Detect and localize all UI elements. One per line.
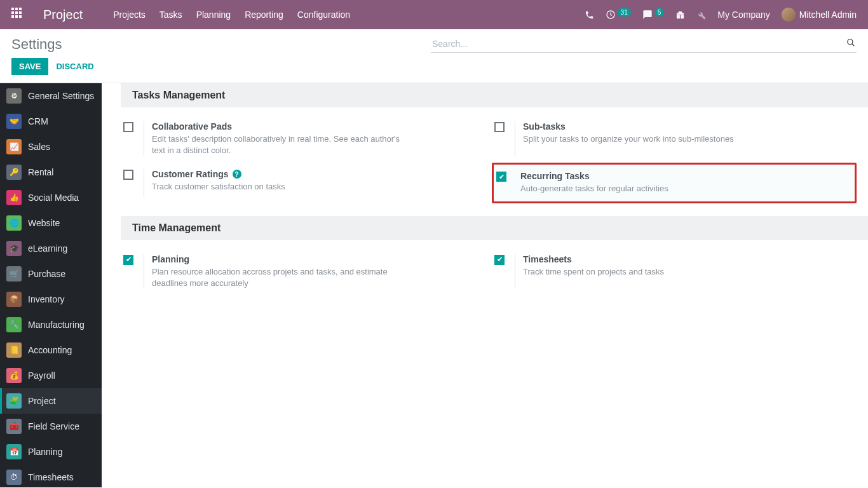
setting-desc: Track customer satisfaction on tasks xyxy=(152,181,406,193)
setting-title: Sub-tasks xyxy=(523,121,853,132)
clock-icon: ⏱ xyxy=(6,470,22,485)
setting-desc: Split your tasks to organize your work i… xyxy=(523,133,777,145)
sidebar-general-settings[interactable]: ⚙General Settings xyxy=(0,83,102,109)
sidebar-purchase[interactable]: 🛒Purchase xyxy=(0,261,102,287)
setting-title: Planning xyxy=(152,254,482,264)
gear-icon: ⚙ xyxy=(6,88,22,104)
discard-button[interactable]: DISCARD xyxy=(56,62,93,71)
nav-planning[interactable]: Planning xyxy=(196,10,231,20)
section-tasks-management: Tasks Management xyxy=(121,83,868,107)
page-title: Settings xyxy=(11,36,62,53)
sidebar-manufacturing[interactable]: 🔧Manufacturing xyxy=(0,312,102,337)
sidebar-project[interactable]: 🧩Project xyxy=(0,388,102,414)
sidebar-planning[interactable]: 📅Planning xyxy=(0,439,102,464)
search-icon[interactable] xyxy=(846,38,855,49)
save-button[interactable]: SAVE xyxy=(11,58,48,75)
sidebar-timesheets[interactable]: ⏱Timesheets xyxy=(0,464,102,487)
sidebar-label: Project xyxy=(28,396,56,406)
wrench-icon: 🔧 xyxy=(6,317,22,332)
sidebar-label: Website xyxy=(28,218,60,228)
sidebar-payroll[interactable]: 💰Payroll xyxy=(0,363,102,388)
setting-customer-ratings: Customer Ratings? Track customer satisfa… xyxy=(121,163,485,203)
company-selector[interactable]: My Company xyxy=(717,10,770,20)
sidebar-sales[interactable]: 📈Sales xyxy=(0,134,102,159)
setting-desc: Plan resource allocation accross projets… xyxy=(152,266,406,289)
sidebar-accounting[interactable]: 📒Accounting xyxy=(0,337,102,363)
sidebar-label: General Settings xyxy=(28,91,94,101)
key-icon: 🔑 xyxy=(6,165,22,180)
svg-point-1 xyxy=(848,39,853,44)
setting-collaborative-pads: Collaborative Pads Edit tasks' descripti… xyxy=(121,115,485,163)
setting-sub-tasks: Sub-tasks Split your tasks to organize y… xyxy=(492,115,857,163)
sidebar-elearning[interactable]: 🎓eLearning xyxy=(0,236,102,261)
sidebar-inventory[interactable]: 📦Inventory xyxy=(0,287,102,312)
setting-recurring-tasks: Recurring Tasks Auto-generate tasks for … xyxy=(492,163,857,203)
sidebar-field-service[interactable]: 🧰Field Service xyxy=(0,414,102,439)
sidebar-label: Manufacturing xyxy=(28,320,85,330)
settings-sidebar[interactable]: ⚙General Settings 🤝CRM 📈Sales 🔑Rental 👍S… xyxy=(0,83,102,487)
sidebar-website[interactable]: 🌐Website xyxy=(0,210,102,236)
sidebar-label: Rental xyxy=(28,167,53,177)
briefcase-icon: 🧰 xyxy=(6,419,22,434)
sidebar-label: Payroll xyxy=(28,370,55,381)
setting-title: Customer Ratings? xyxy=(152,169,482,179)
nav-tasks[interactable]: Tasks xyxy=(159,10,182,20)
nav-reporting[interactable]: Reporting xyxy=(245,10,283,20)
phone-icon[interactable] xyxy=(585,10,594,20)
navbar-menu: Projects Tasks Planning Reporting Config… xyxy=(113,10,350,20)
apps-icon[interactable] xyxy=(11,8,25,22)
sidebar-label: Inventory xyxy=(28,294,65,304)
nav-projects[interactable]: Projects xyxy=(113,10,146,20)
setting-planning: Planning Plan resource allocation accros… xyxy=(121,248,485,295)
avatar-icon xyxy=(782,8,796,22)
setting-timesheets: Timesheets Track time spent on projects … xyxy=(492,248,857,295)
setting-title: Recurring Tasks xyxy=(520,171,851,181)
sidebar-label: CRM xyxy=(28,116,48,126)
box-icon: 📦 xyxy=(6,292,22,307)
sidebar-label: Purchase xyxy=(28,269,65,279)
sidebar-label: Accounting xyxy=(28,345,72,355)
sidebar-label: Field Service xyxy=(28,421,79,431)
thumbs-up-icon: 👍 xyxy=(6,190,22,205)
checkbox-recurring-tasks[interactable] xyxy=(496,172,506,182)
sidebar-rental[interactable]: 🔑Rental xyxy=(0,159,102,185)
setting-desc: Track time spent on projects and tasks xyxy=(523,266,777,278)
sidebar-label: Sales xyxy=(28,142,50,152)
checkbox-customer-ratings[interactable] xyxy=(123,170,133,180)
setting-desc: Edit tasks' description collaboratively … xyxy=(152,133,406,156)
checkbox-timesheets[interactable] xyxy=(494,255,505,265)
checkbox-sub-tasks[interactable] xyxy=(494,122,505,132)
sidebar-crm[interactable]: 🤝CRM xyxy=(0,109,102,134)
setting-title: Timesheets xyxy=(523,254,853,264)
cart-icon: 🛒 xyxy=(6,266,22,281)
sidebar-label: Social Media xyxy=(28,193,79,203)
search-input[interactable] xyxy=(431,36,857,53)
sidebar-social-media[interactable]: 👍Social Media xyxy=(0,185,102,210)
app-brand[interactable]: Project xyxy=(43,8,83,22)
activities-badge: 31 xyxy=(618,8,631,17)
messages-icon[interactable]: 5 xyxy=(642,10,665,20)
activities-icon[interactable]: 31 xyxy=(606,10,631,20)
setting-desc: Auto-generate tasks for regular activiti… xyxy=(520,183,775,194)
settings-content: Tasks Management Collaborative Pads Edit… xyxy=(102,83,868,487)
help-icon[interactable]: ? xyxy=(233,170,241,179)
sidebar-label: Planning xyxy=(28,447,63,457)
sidebar-label: eLearning xyxy=(28,243,67,254)
puzzle-icon: 🧩 xyxy=(6,393,22,409)
user-menu[interactable]: Mitchell Admin xyxy=(782,8,857,22)
setting-title: Collaborative Pads xyxy=(152,121,482,132)
nav-configuration[interactable]: Configuration xyxy=(297,10,350,20)
section-time-management: Time Management xyxy=(121,216,868,240)
checkbox-planning[interactable] xyxy=(123,255,133,265)
globe-icon: 🌐 xyxy=(6,215,22,231)
tools-icon[interactable] xyxy=(696,10,706,20)
checkbox-collaborative-pads[interactable] xyxy=(123,122,133,132)
gift-icon[interactable] xyxy=(675,10,685,20)
search-box xyxy=(431,36,857,53)
calendar-icon: 📅 xyxy=(6,444,22,459)
navbar-right: 31 5 My Company Mitchell Admin xyxy=(585,8,857,22)
chart-icon: 📈 xyxy=(6,139,22,154)
book-icon: 📒 xyxy=(6,342,22,358)
handshake-icon: 🤝 xyxy=(6,114,22,129)
user-name: Mitchell Admin xyxy=(799,10,857,20)
